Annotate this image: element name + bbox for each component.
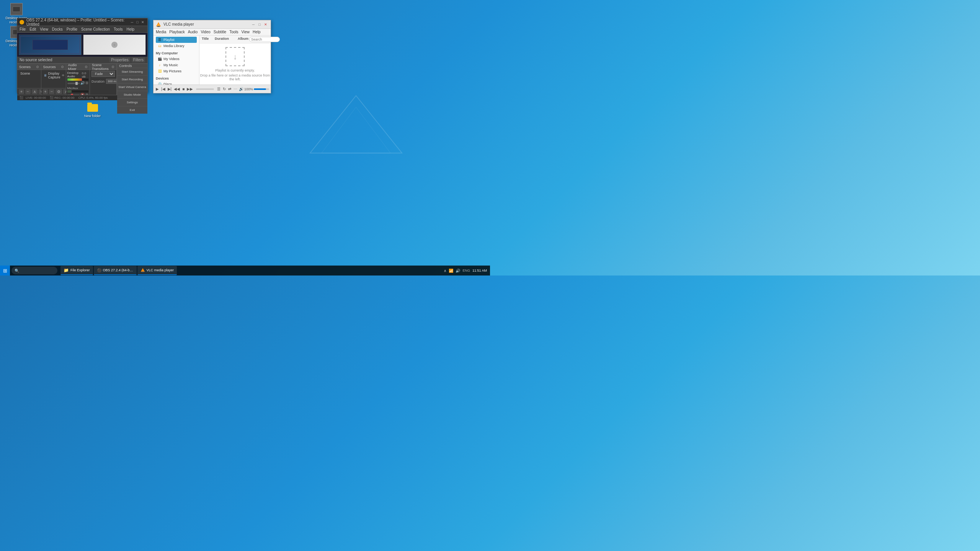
tray-volume-icon[interactable]: 🔊 xyxy=(456,269,460,273)
obs-audio-icon[interactable]: ⚙ xyxy=(85,65,88,69)
remove-scene-btn[interactable]: − xyxy=(25,89,31,94)
tray-expand-icon[interactable]: ∧ xyxy=(444,269,446,273)
obs-scenes-icon[interactable]: ⚙ xyxy=(36,65,39,69)
desktop-vol-icon[interactable]: 🔊 xyxy=(80,81,85,85)
vlc-sidebar-playlist[interactable]: ☰ Playlist xyxy=(156,37,197,43)
svg-point-4 xyxy=(157,26,160,27)
source-gear-btn[interactable]: ⚙ xyxy=(56,89,62,94)
obs-window-controls[interactable]: ─ □ ✕ xyxy=(130,20,145,24)
obs-title-text: OBS 27.2.4 (64-bit, windows) – Profile: … xyxy=(26,18,130,26)
vlc-skip-back-btn[interactable]: ◀◀ xyxy=(173,86,181,92)
obs-maximize-btn[interactable]: □ xyxy=(135,20,140,24)
monitor-icon: 🖥 xyxy=(44,73,47,77)
vlc-maximize-btn[interactable]: □ xyxy=(257,22,262,27)
desktop-mute-icon[interactable]: ⚙ xyxy=(85,81,88,85)
taskbar-apps: 📁 File Explorer ⚫ OBS 27.2.4 (64-bit, w.… xyxy=(59,266,441,275)
obs-titlebar[interactable]: OBS 27.2.4 (64-bit, windows) – Profile: … xyxy=(17,18,147,26)
file-explorer-label: File Explorer xyxy=(70,268,90,272)
vlc-search-input[interactable] xyxy=(249,37,280,42)
source-lock-btn[interactable]: 🔒 xyxy=(65,74,66,77)
vlc-minimize-btn[interactable]: ─ xyxy=(251,22,256,27)
desktop-audio-meter xyxy=(67,78,89,81)
taskbar-file-explorer[interactable]: 📁 File Explorer xyxy=(60,266,93,275)
taskbar-vlc[interactable]: VLC media player xyxy=(137,266,177,275)
vlc-close-btn[interactable]: ✕ xyxy=(263,22,268,27)
vlc-skip-fwd-btn[interactable]: ▶▶ xyxy=(186,86,194,92)
vlc-menu-view[interactable]: View xyxy=(242,30,250,34)
start-button[interactable]: ⊞ xyxy=(0,266,10,276)
transition-select[interactable]: Fade xyxy=(91,71,115,77)
exit-btn[interactable]: Exit xyxy=(117,106,147,114)
vlc-menu-help[interactable]: Help xyxy=(253,30,261,34)
vlc-my-music[interactable]: ♪ My Music xyxy=(156,62,197,68)
vlc-volume-bar[interactable] xyxy=(254,88,269,90)
vlc-title-text: VLC media player xyxy=(163,22,251,26)
vlc-my-pictures[interactable]: 🖼 My Pictures xyxy=(156,68,197,74)
vlc-empty-text-1: Playlist is currently empty. xyxy=(215,68,255,72)
obs-close-btn[interactable]: ✕ xyxy=(140,20,145,24)
vlc-menu-audio[interactable]: Audio xyxy=(188,30,198,34)
taskbar-obs[interactable]: ⚫ OBS 27.2.4 (64-bit, w... xyxy=(94,266,137,275)
scene-item[interactable]: Scene xyxy=(19,71,39,76)
playlist-text: Playlist xyxy=(163,38,175,42)
taskbar-search[interactable]: 🔍 xyxy=(11,267,57,274)
windows-logo: ⊞ xyxy=(3,268,7,274)
vlc-play-btn[interactable]: ▶ xyxy=(155,86,160,92)
obs-properties-btn[interactable]: Properties xyxy=(109,57,130,62)
vlc-stop-btn[interactable]: ■ xyxy=(181,86,185,92)
vlc-list-btn[interactable]: ☰ xyxy=(216,86,221,92)
obs-menu-help[interactable]: Help xyxy=(126,27,134,31)
my-pictures-icon: 🖼 xyxy=(157,69,162,73)
vlc-controls: ▶ |◀ ▶| ◀◀ ■ ▶▶ ☰ ↻ ⇄ ⋯ 🔊 100% xyxy=(154,85,271,93)
vlc-window: VLC media player ─ □ ✕ Media Playback Au… xyxy=(153,20,271,93)
tray-network-icon[interactable]: 📶 xyxy=(449,269,453,273)
new-folder[interactable]: New folder xyxy=(84,104,101,118)
up-scene-btn[interactable]: ∧ xyxy=(32,89,38,94)
studio-mode-btn[interactable]: Studio Mode xyxy=(117,91,147,99)
vlc-menu-video[interactable]: Video xyxy=(201,30,210,34)
vlc-prev-btn[interactable]: |◀ xyxy=(160,86,166,92)
add-source-btn[interactable]: + xyxy=(43,89,48,94)
vlc-discs[interactable]: 💿 Discs xyxy=(156,81,197,85)
obs-controls-title: Controls xyxy=(119,64,145,68)
tray-clock[interactable]: 11:51 AM xyxy=(472,269,487,272)
vlc-progress-bar[interactable] xyxy=(196,88,214,90)
start-streaming-btn[interactable]: Start Streaming xyxy=(117,68,147,76)
vlc-window-controls[interactable]: ─ □ ✕ xyxy=(251,22,268,27)
obs-filters-btn[interactable]: Filters xyxy=(132,57,145,62)
start-virtual-camera-btn[interactable]: Start Virtual Camera xyxy=(117,83,147,91)
vlc-next-btn[interactable]: ▶| xyxy=(167,86,173,92)
obs-menu-scene-collection[interactable]: Scene Collection xyxy=(81,27,110,31)
vlc-menu-media[interactable]: Media xyxy=(156,30,166,34)
mic-aux-label: Mic/Aux xyxy=(67,86,89,90)
duration-input[interactable] xyxy=(106,79,116,84)
obs-menu-edit[interactable]: Edit xyxy=(29,27,36,31)
mic-mute-icon[interactable]: 🔇 xyxy=(80,93,85,95)
vlc-sidebar-media-library[interactable]: 🗂 Media Library xyxy=(156,43,197,49)
obs-menu-view[interactable]: View xyxy=(40,27,48,31)
vlc-more-btn[interactable]: ⋯ xyxy=(233,86,238,92)
obs-transitions-icon[interactable]: ⚙ xyxy=(111,65,114,69)
vlc-menu-playback[interactable]: Playback xyxy=(169,30,185,34)
remove-source-btn[interactable]: − xyxy=(49,89,54,94)
obs-sources-icon[interactable]: ⚙ xyxy=(61,65,64,69)
vlc-repeat-btn[interactable]: ↻ xyxy=(222,86,227,92)
vlc-main: Title Duration Album ↓ Playlist is curre… xyxy=(199,36,271,85)
settings-btn[interactable]: Settings xyxy=(117,99,147,106)
obs-sources-title: Sources xyxy=(43,65,61,69)
obs-minimize-btn[interactable]: ─ xyxy=(130,20,134,24)
mic-gear-icon[interactable]: ⚙ xyxy=(85,93,88,95)
obs-menu-docks[interactable]: Docks xyxy=(52,27,63,31)
vlc-shuffle-btn[interactable]: ⇄ xyxy=(227,86,232,92)
obs-menu-tools[interactable]: Tools xyxy=(114,27,122,31)
obs-preview: + xyxy=(17,33,147,57)
obs-menu-file[interactable]: File xyxy=(20,27,26,31)
vlc-menu-tools[interactable]: Tools xyxy=(229,30,238,34)
source-eye-btn[interactable]: 👁 xyxy=(62,74,65,77)
media-library-text: Media Library xyxy=(163,44,185,48)
start-recording-btn[interactable]: Start Recording xyxy=(117,76,147,83)
add-scene-btn[interactable]: + xyxy=(19,89,24,94)
obs-menu-profile[interactable]: Profile xyxy=(67,27,77,31)
vlc-menu-subtitle[interactable]: Subtitle xyxy=(214,30,226,34)
vlc-my-videos[interactable]: 🎬 My Videos xyxy=(156,56,197,62)
